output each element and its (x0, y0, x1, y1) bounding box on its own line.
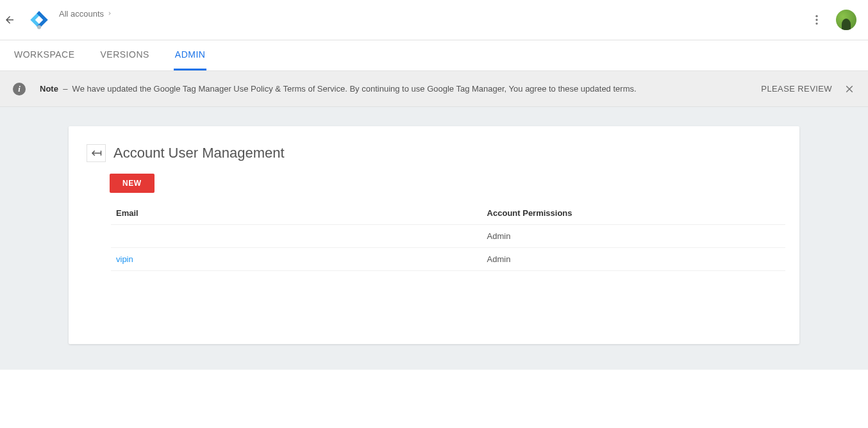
col-permissions-header: Account Permissions (482, 202, 785, 225)
app-header: All accounts (0, 0, 868, 40)
close-icon (844, 83, 855, 95)
user-avatar[interactable] (836, 10, 856, 30)
please-review-link[interactable]: PLEASE REVIEW (761, 84, 832, 94)
page-body: Account User Management NEW Email Accoun… (0, 107, 868, 370)
tab-versions[interactable]: VERSIONS (99, 40, 150, 70)
svg-point-2 (815, 19, 817, 21)
cell-email: vipin (111, 248, 482, 271)
email-link[interactable]: vipin (116, 254, 133, 264)
back-arrow-button[interactable] (0, 14, 19, 26)
tab-workspace[interactable]: WORKSPACE (13, 40, 76, 70)
info-icon: i (13, 83, 26, 95)
page-title: Account User Management (113, 145, 285, 161)
table-head-row: Email Account Permissions (111, 202, 785, 225)
tab-admin[interactable]: ADMIN (174, 40, 207, 70)
tag-manager-logo-icon (29, 10, 49, 29)
notice-body: We have updated the Google Tag Manager U… (72, 84, 637, 94)
back-arrow-icon (4, 14, 15, 26)
dismiss-notice-button[interactable] (844, 83, 855, 95)
svg-point-0 (37, 25, 41, 29)
app-logo[interactable] (19, 10, 59, 29)
notice-text: Note – We have updated the Google Tag Ma… (40, 84, 637, 94)
user-management-card: Account User Management NEW Email Accoun… (69, 126, 799, 344)
policy-notice-bar: i Note – We have updated the Google Tag … (0, 71, 868, 107)
notice-label: Note (40, 84, 58, 94)
cell-permissions: Admin (482, 225, 785, 248)
main-tabs: WORKSPACE VERSIONS ADMIN (0, 40, 868, 71)
users-table: Email Account Permissions Admin vipin Ad… (111, 202, 785, 271)
cell-email (111, 225, 482, 248)
svg-point-3 (815, 22, 817, 24)
notice-actions: PLEASE REVIEW (761, 83, 855, 95)
card-back-button[interactable] (87, 144, 106, 162)
cell-permissions: Admin (482, 248, 785, 271)
table-row[interactable]: Admin (111, 225, 785, 248)
col-email-header: Email (111, 202, 482, 225)
return-arrow-icon (90, 149, 102, 158)
new-button[interactable]: NEW (110, 174, 154, 193)
breadcrumb[interactable]: All accounts (59, 9, 113, 19)
card-header: Account User Management (83, 144, 785, 162)
more-vertical-icon (810, 13, 823, 26)
chevron-right-icon (106, 9, 113, 19)
svg-point-1 (815, 15, 817, 17)
header-right (809, 10, 868, 30)
more-menu-button[interactable] (809, 12, 824, 28)
breadcrumb-label: All accounts (59, 9, 104, 19)
table-row[interactable]: vipin Admin (111, 248, 785, 271)
notice-dash: – (63, 84, 67, 94)
